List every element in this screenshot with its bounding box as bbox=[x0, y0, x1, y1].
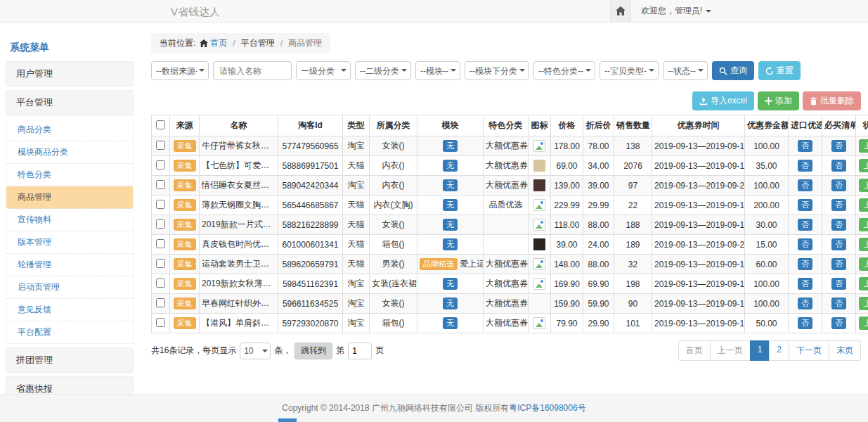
sidebar-subitem-9[interactable]: 意见反馈 bbox=[6, 299, 133, 321]
sidebar-subitem-6[interactable]: 版本管理 bbox=[6, 231, 133, 254]
icp-link[interactable]: 粤ICP备16098006号 bbox=[509, 402, 585, 414]
sidebar-subitem-8[interactable]: 启动页管理 bbox=[6, 276, 133, 299]
cell-discount-price: 69.90 bbox=[583, 274, 614, 294]
select-all-checkbox[interactable] bbox=[156, 120, 165, 129]
cell-discount-price: 24.00 bbox=[583, 235, 614, 255]
status-toggle[interactable]: 上架 bbox=[859, 316, 868, 330]
row-checkbox[interactable] bbox=[156, 141, 165, 150]
filter-select-5[interactable]: --模块-- bbox=[415, 61, 460, 80]
row-checkbox[interactable] bbox=[156, 259, 165, 268]
must-buy-toggle[interactable]: 否 bbox=[831, 179, 846, 191]
table-actions: 导入excel 添加 批量删除 bbox=[151, 91, 861, 110]
must-buy-toggle[interactable]: 否 bbox=[831, 140, 846, 152]
sidebar-subitem-10[interactable]: 平台配置 bbox=[6, 321, 133, 343]
import-optional-toggle[interactable]: 否 bbox=[798, 219, 812, 231]
status-toggle[interactable]: 上架 bbox=[859, 139, 868, 153]
cell-sales: 32 bbox=[614, 255, 652, 274]
cell-must-buy: 否 bbox=[822, 176, 856, 196]
pager-item-2[interactable]: 2 bbox=[769, 340, 789, 361]
import-excel-button[interactable]: 导入excel bbox=[692, 91, 754, 110]
cell-type: 天猫 bbox=[343, 215, 370, 235]
module-badge: 品牌精选 bbox=[420, 258, 458, 270]
status-toggle[interactable]: 上架 bbox=[859, 297, 868, 310]
must-buy-toggle[interactable]: 否 bbox=[831, 199, 846, 211]
row-checkbox[interactable] bbox=[156, 160, 165, 170]
jump-page-input[interactable] bbox=[348, 343, 372, 359]
sidebar-subitem-2[interactable]: 模块商品分类 bbox=[6, 141, 133, 164]
cell-icon bbox=[529, 215, 551, 235]
row-checkbox[interactable] bbox=[156, 200, 165, 209]
import-optional-toggle[interactable]: 否 bbox=[798, 317, 812, 329]
add-button[interactable]: 添加 bbox=[758, 91, 799, 110]
filter-select-4[interactable]: --二级分类-- bbox=[355, 61, 411, 80]
user-menu[interactable]: 欢迎您，管理员! bbox=[641, 5, 711, 17]
sidebar-subitem-5[interactable]: 宣传物料 bbox=[6, 209, 133, 231]
must-buy-toggle[interactable]: 否 bbox=[831, 238, 846, 250]
sidebar-subitem-4[interactable]: 商品管理 bbox=[6, 186, 133, 209]
filter-select-3[interactable]: 一级分类 bbox=[296, 61, 351, 80]
sidebar-item-3[interactable]: 拼团管理 bbox=[6, 347, 134, 373]
status-toggle[interactable]: 上架 bbox=[859, 277, 868, 290]
search-button[interactable]: 查询 bbox=[712, 61, 754, 80]
reset-button[interactable]: 重置 bbox=[758, 61, 801, 80]
import-optional-toggle[interactable]: 否 bbox=[798, 298, 812, 309]
sidebar-subitem-1[interactable]: 商品分类 bbox=[6, 119, 133, 141]
sidebar-item-4[interactable]: 省惠快报 bbox=[6, 376, 134, 394]
cell-import-optional: 否 bbox=[789, 235, 822, 255]
pager-item-末页[interactable]: 末页 bbox=[829, 340, 861, 361]
jump-button[interactable]: 跳转到 bbox=[294, 343, 332, 359]
filter-select-7[interactable]: --特色分类-- bbox=[533, 61, 595, 80]
sidebar-item-2[interactable]: 平台管理 bbox=[6, 90, 134, 115]
import-optional-toggle[interactable]: 否 bbox=[798, 199, 812, 211]
name-search-input[interactable] bbox=[213, 61, 292, 80]
must-buy-toggle[interactable]: 否 bbox=[831, 219, 846, 231]
import-optional-toggle[interactable]: 否 bbox=[798, 278, 812, 290]
row-checkbox[interactable] bbox=[156, 298, 165, 307]
status-toggle[interactable]: 上架 bbox=[859, 238, 868, 251]
import-optional-toggle[interactable]: 否 bbox=[798, 160, 812, 172]
import-optional-toggle[interactable]: 否 bbox=[798, 140, 812, 152]
must-buy-toggle[interactable]: 否 bbox=[831, 298, 846, 309]
status-toggle[interactable]: 上架 bbox=[859, 159, 868, 172]
filter-select-6[interactable]: --模块下分类-- bbox=[465, 61, 529, 80]
table-row: 采集【七色纺】可爱纯棉家...588869917501天猫内衣()无大额优惠券6… bbox=[152, 156, 868, 176]
cell-feature: 大额优惠券 bbox=[484, 314, 529, 333]
import-optional-toggle[interactable]: 否 bbox=[798, 258, 812, 270]
row-checkbox[interactable] bbox=[156, 180, 165, 189]
cell-type: 淘宝 bbox=[343, 274, 370, 294]
status-toggle[interactable]: 上架 bbox=[859, 198, 868, 212]
pager-item-首页[interactable]: 首页 bbox=[678, 340, 711, 361]
batch-delete-button[interactable]: 批量删除 bbox=[803, 91, 861, 110]
must-buy-toggle[interactable]: 否 bbox=[831, 258, 846, 270]
per-page-select[interactable]: 10 bbox=[240, 343, 271, 359]
breadcrumb-level1[interactable]: 平台管理 bbox=[241, 37, 275, 49]
pager-item-下一页[interactable]: 下一页 bbox=[789, 340, 829, 361]
filter-select-1[interactable]: --数据来源-- bbox=[151, 61, 209, 80]
pager-item-1[interactable]: 1 bbox=[750, 340, 770, 361]
breadcrumb-separator: / bbox=[279, 39, 284, 49]
sidebar-subitem-7[interactable]: 轮播管理 bbox=[6, 254, 133, 276]
status-toggle[interactable]: 上架 bbox=[859, 257, 868, 271]
sidebar-item-1[interactable]: 用户管理 bbox=[6, 61, 134, 87]
refresh-icon bbox=[765, 67, 774, 75]
import-optional-toggle[interactable]: 否 bbox=[798, 179, 812, 191]
home-button[interactable] bbox=[610, 0, 631, 22]
must-buy-toggle[interactable]: 否 bbox=[831, 278, 846, 290]
import-optional-toggle[interactable]: 否 bbox=[798, 238, 812, 250]
filter-select-9[interactable]: --状态-- bbox=[663, 61, 708, 80]
row-checkbox[interactable] bbox=[156, 219, 165, 229]
row-checkbox[interactable] bbox=[156, 279, 165, 288]
filter-select-8[interactable]: --宝贝类型-- bbox=[600, 61, 659, 80]
must-buy-toggle[interactable]: 否 bbox=[831, 317, 846, 329]
source-badge: 采集 bbox=[174, 179, 196, 191]
must-buy-toggle[interactable]: 否 bbox=[831, 160, 846, 172]
row-checkbox[interactable] bbox=[156, 318, 165, 327]
pager-item-上一页[interactable]: 上一页 bbox=[710, 340, 751, 361]
cell-taoke-id: 596611634525 bbox=[278, 294, 343, 314]
cell-import-optional: 否 bbox=[789, 215, 822, 235]
status-toggle[interactable]: 上架 bbox=[859, 179, 868, 192]
breadcrumb-home-link[interactable]: 首页 bbox=[200, 37, 227, 49]
row-checkbox[interactable] bbox=[156, 239, 165, 248]
sidebar-subitem-3[interactable]: 特色分类 bbox=[6, 164, 133, 186]
status-toggle[interactable]: 上架 bbox=[859, 218, 868, 231]
